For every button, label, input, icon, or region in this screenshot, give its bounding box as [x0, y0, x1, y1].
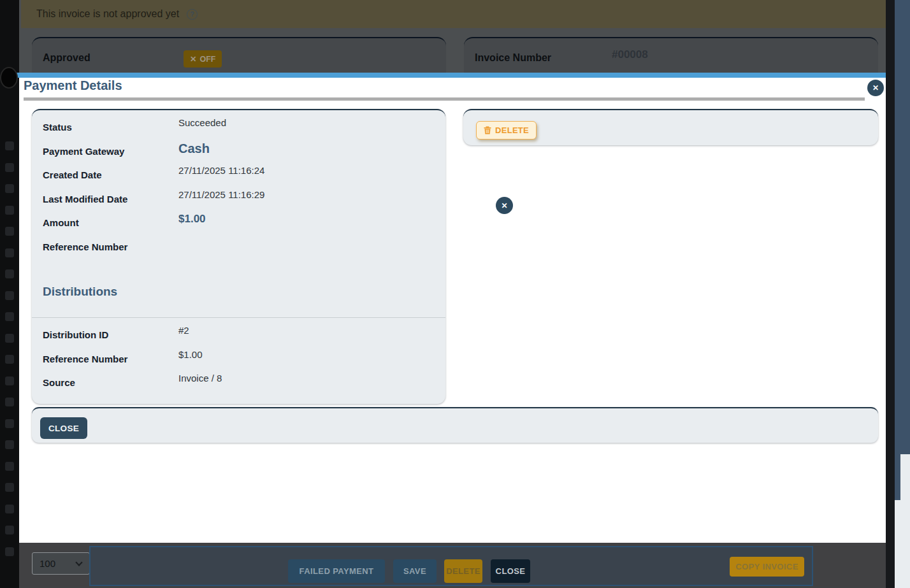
copy-invoice-button[interactable]: COPY INVOICE [730, 557, 804, 577]
scrollbar-thumb-tail [895, 454, 900, 500]
invoice-number-label: Invoice Number [475, 52, 551, 64]
sidebar-icon [5, 248, 14, 257]
detail-value: Succeeded [178, 117, 226, 128]
sidebar-icon [5, 312, 14, 321]
detail-row: Status Succeeded [32, 115, 445, 140]
delete-button[interactable]: DELETE [444, 559, 482, 583]
distribution-value: Invoice / 8 [178, 373, 222, 384]
sidebar-icon [5, 376, 14, 385]
distribution-label: Source [43, 377, 178, 388]
detail-row: Reference Number [32, 235, 445, 259]
page-bottom-area: 100 FAILED PAYMENT SAVE DELETE CLOSE COP… [19, 543, 895, 588]
sidebar-icon [5, 206, 14, 215]
distributions-heading: Distributions [43, 285, 445, 307]
detail-row: Last Modified Date 27/11/2025 11:16:29 [32, 187, 445, 212]
delete-payment-label: DELETE [495, 125, 529, 135]
detail-value: $1.00 [178, 213, 206, 226]
warning-banner: This invoice is not approved yet ? [21, 0, 886, 28]
modal-title: Payment Details [24, 78, 122, 93]
detail-row: Amount $1.00 [32, 211, 445, 235]
distribution-row: Reference Number $1.00 [32, 347, 445, 371]
payment-details-modal: Payment Details ✕ Status Succeeded Payme… [8, 73, 886, 543]
warning-text: This invoice is not approved yet [36, 8, 179, 20]
page-size-value: 100 [40, 558, 55, 569]
invoice-number-value: #00008 [612, 48, 648, 61]
modal-footer: CLOSE [32, 407, 878, 443]
chevron-down-icon [75, 559, 82, 566]
detail-value: 27/11/2025 11:16:24 [178, 165, 264, 176]
detail-value: Cash [178, 141, 210, 156]
invoice-action-bar: FAILED PAYMENT SAVE DELETE CLOSE COPY IN… [89, 546, 813, 586]
modal-top-accent-bar [8, 73, 886, 78]
distribution-value: #2 [178, 325, 189, 336]
detail-row: Payment Gateway Cash [32, 140, 445, 164]
approved-toggle-off-button[interactable]: ✕ OFF [184, 50, 222, 68]
sidebar-icon [5, 141, 14, 150]
modal-scroll-track [886, 0, 895, 588]
close-button[interactable]: CLOSE [491, 559, 530, 583]
x-icon: ✕ [190, 54, 196, 64]
sidebar-icon [5, 440, 14, 449]
sidebar-icon [5, 398, 14, 406]
delete-payment-button[interactable]: DELETE [476, 121, 537, 140]
sidebar-icon [5, 505, 14, 513]
sidebar-icon [5, 355, 14, 364]
payment-details-panel: Status Succeeded Payment Gateway Cash Cr… [32, 109, 445, 404]
sidebar-icon [5, 163, 14, 172]
sidebar-icon [5, 547, 14, 556]
payment-actions-panel: DELETE [463, 109, 878, 145]
detail-label: Reference Number [43, 241, 178, 252]
remove-item-icon[interactable]: ✕ [496, 197, 513, 214]
detail-label: Status [43, 122, 178, 133]
save-button[interactable]: SAVE [393, 559, 437, 583]
detail-label: Created Date [43, 169, 178, 180]
distribution-label: Distribution ID [43, 329, 178, 340]
distribution-label: Reference Number [43, 354, 178, 364]
sidebar-avatar [0, 67, 18, 89]
page-size-select[interactable]: 100 [32, 552, 90, 575]
approved-label: Approved [43, 52, 90, 64]
sidebar-icon [5, 227, 14, 236]
detail-value: 27/11/2025 11:16:29 [178, 189, 264, 200]
modal-close-icon[interactable]: ✕ [867, 80, 884, 96]
sidebar-icon [5, 419, 14, 428]
approved-toggle-label: OFF [199, 55, 215, 64]
distribution-value: $1.00 [178, 349, 203, 360]
question-circle-icon: ? [187, 9, 198, 20]
detail-row: Created Date 27/11/2025 11:16:24 [32, 163, 445, 187]
detail-label: Last Modified Date [43, 194, 178, 204]
sidebar-icon [5, 269, 14, 278]
modal-close-button[interactable]: CLOSE [40, 417, 87, 439]
title-divider [24, 97, 865, 101]
scrollbar-thumb[interactable] [895, 0, 910, 454]
failed-payment-button[interactable]: FAILED PAYMENT [288, 559, 385, 583]
detail-label: Payment Gateway [43, 146, 178, 157]
sidebar-icon [5, 462, 14, 471]
sidebar-icon [5, 526, 14, 534]
distribution-row: Source Invoice / 8 [32, 371, 445, 395]
sidebar-icon [5, 483, 14, 492]
sidebar-icon [5, 291, 14, 300]
distribution-row: Distribution ID #2 [32, 323, 445, 347]
sidebar-icon [5, 334, 14, 343]
detail-label: Amount [43, 217, 178, 228]
page-scrollbar [895, 0, 910, 588]
trash-icon [484, 126, 491, 134]
sidebar-icon [5, 184, 14, 193]
